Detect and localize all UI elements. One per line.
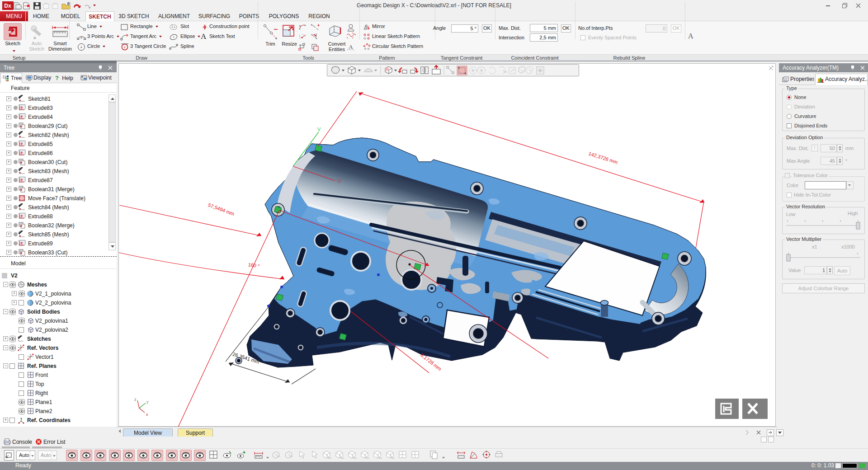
svg-text:160 °: 160 ° <box>248 262 260 268</box>
svg-text:+: + <box>80 36 82 40</box>
svg-text:A: A <box>349 43 353 50</box>
svg-text:V: V <box>317 127 321 132</box>
svg-text:y: y <box>146 400 149 404</box>
svg-text:z: z <box>134 397 137 402</box>
svg-text:x: x <box>146 412 148 417</box>
svg-text:+: + <box>80 45 82 50</box>
svg-text:U: U <box>337 178 341 183</box>
svg-text:142,3726 mm: 142,3726 mm <box>588 150 618 165</box>
svg-text:57,5494 mm: 57,5494 mm <box>208 202 236 216</box>
svg-text:+: + <box>123 45 126 50</box>
